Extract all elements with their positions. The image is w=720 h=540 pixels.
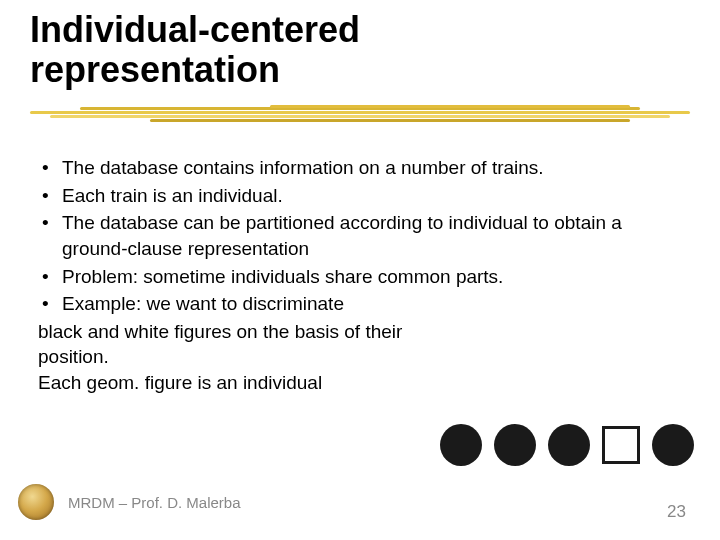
underline-stroke — [270, 105, 630, 108]
bullet-item: Each train is an individual. — [38, 183, 678, 209]
continuation-text: black and white figures on the basis of … — [38, 319, 678, 396]
black-circle-icon — [548, 424, 590, 466]
black-circle-icon — [652, 424, 694, 466]
title-line-1: Individual-centered — [30, 9, 360, 50]
bullet-item: Problem: sometime individuals share comm… — [38, 264, 678, 290]
underline-stroke — [50, 115, 670, 118]
page-number: 23 — [667, 502, 686, 522]
bullet-item: The database can be partitioned accordin… — [38, 210, 678, 261]
university-seal-icon — [18, 484, 54, 520]
slide-title: Individual-centered representation — [30, 10, 360, 91]
continuation-line: black and white figures on the basis of … — [38, 319, 678, 345]
continuation-line: position. — [38, 344, 678, 370]
underline-stroke — [30, 111, 690, 114]
figure-row — [440, 424, 694, 466]
title-underline — [30, 105, 690, 125]
footer-text: MRDM – Prof. D. Malerba — [68, 494, 241, 511]
underline-stroke — [150, 119, 630, 122]
bullet-list: The database contains information on a n… — [38, 155, 678, 317]
slide-body: The database contains information on a n… — [38, 155, 678, 396]
continuation-line: Each geom. figure is an individual — [38, 370, 678, 396]
black-circle-icon — [494, 424, 536, 466]
white-square-icon — [602, 426, 640, 464]
bullet-item: Example: we want to discriminate — [38, 291, 678, 317]
black-circle-icon — [440, 424, 482, 466]
bullet-item: The database contains information on a n… — [38, 155, 678, 181]
title-line-2: representation — [30, 49, 280, 90]
slide-footer: MRDM – Prof. D. Malerba — [18, 484, 241, 520]
